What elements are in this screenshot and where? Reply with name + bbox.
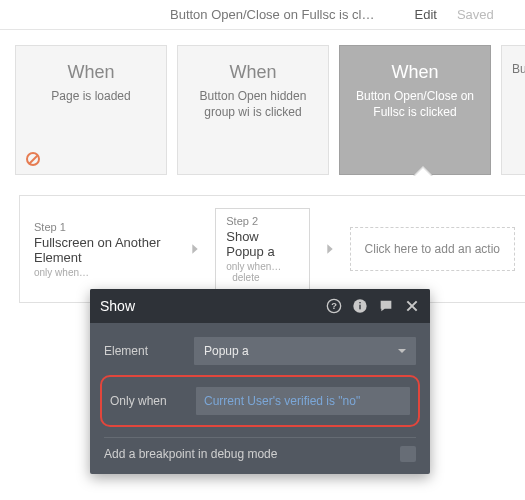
step-meta: only when… delete xyxy=(226,261,298,283)
event-card-open-close-fullsc[interactable]: When Button Open/Close on Fullsc is clic… xyxy=(339,45,491,175)
event-card-page-loaded[interactable]: When Page is loaded xyxy=(15,45,167,175)
panel-icons: ? xyxy=(326,298,420,314)
svg-text:?: ? xyxy=(331,301,337,311)
panel-header[interactable]: Show ? xyxy=(90,289,430,323)
element-label: Element xyxy=(104,344,184,358)
only-when-expression[interactable]: Current User's verified is "no" xyxy=(196,387,410,415)
svg-rect-4 xyxy=(359,302,360,303)
step-title: Show Popup a xyxy=(226,229,298,259)
expression-text: Current User's verified is "no" xyxy=(204,394,360,408)
property-panel: Show ? Element Popup a Only when xyxy=(90,289,430,474)
saved-label: Saved xyxy=(457,7,494,22)
when-label: When xyxy=(391,62,438,83)
breakpoint-checkbox[interactable] xyxy=(400,446,416,462)
step-2[interactable]: Step 2 Show Popup a only when… delete xyxy=(215,208,309,290)
only-when-label: Only when xyxy=(110,394,186,408)
steps-strip: Step 1 Fullscreen on Another Element onl… xyxy=(19,195,525,303)
only-when-row: Only when Current User's verified is "no… xyxy=(100,375,420,427)
panel-title: Show xyxy=(100,298,326,314)
element-value: Popup a xyxy=(204,344,249,358)
event-desc: Bu xyxy=(512,62,525,78)
event-card-open-hidden[interactable]: When Button Open hidden group wi is clic… xyxy=(177,45,329,175)
step-1[interactable]: Step 1 Fullscreen on Another Element onl… xyxy=(34,221,175,278)
arrow-right-icon xyxy=(322,241,338,257)
step-number: Step 1 xyxy=(34,221,175,233)
step-delete-link[interactable]: delete xyxy=(232,272,259,283)
svg-rect-3 xyxy=(359,305,360,310)
panel-body: Element Popup a Only when Current User's… xyxy=(90,323,430,474)
help-icon[interactable]: ? xyxy=(326,298,342,314)
event-desc: Button Open hidden group wi is clicked xyxy=(188,89,318,120)
event-card-partial[interactable]: Bu xyxy=(501,45,525,175)
when-label: When xyxy=(229,62,276,83)
workflow-area: When Page is loaded When Button Open hid… xyxy=(0,30,525,303)
events-row: When Page is loaded When Button Open hid… xyxy=(15,45,525,175)
arrow-right-icon xyxy=(187,241,203,257)
element-row: Element Popup a xyxy=(104,337,416,365)
when-label: When xyxy=(67,62,114,83)
step-number: Step 2 xyxy=(226,215,298,227)
info-icon[interactable] xyxy=(352,298,368,314)
comment-icon[interactable] xyxy=(378,298,394,314)
close-icon[interactable] xyxy=(404,298,420,314)
step-meta: only when… xyxy=(34,267,175,278)
prohibited-icon xyxy=(26,152,40,166)
step-title: Fullscreen on Another Element xyxy=(34,235,175,265)
breakpoint-label: Add a breakpoint in debug mode xyxy=(104,447,277,461)
event-desc: Page is loaded xyxy=(51,89,130,105)
topbar: Button Open/Close on Fullsc is cl… Edit … xyxy=(0,0,525,30)
event-desc: Button Open/Close on Fullsc is clicked xyxy=(350,89,480,120)
add-action-button[interactable]: Click here to add an actio xyxy=(350,227,515,271)
page-title: Button Open/Close on Fullsc is cl… xyxy=(170,7,374,22)
step-meta-only-when: only when… xyxy=(226,261,281,272)
selected-pointer-icon xyxy=(413,166,433,176)
breakpoint-row: Add a breakpoint in debug mode xyxy=(104,437,416,462)
edit-link[interactable]: Edit xyxy=(414,7,436,22)
element-select[interactable]: Popup a xyxy=(194,337,416,365)
